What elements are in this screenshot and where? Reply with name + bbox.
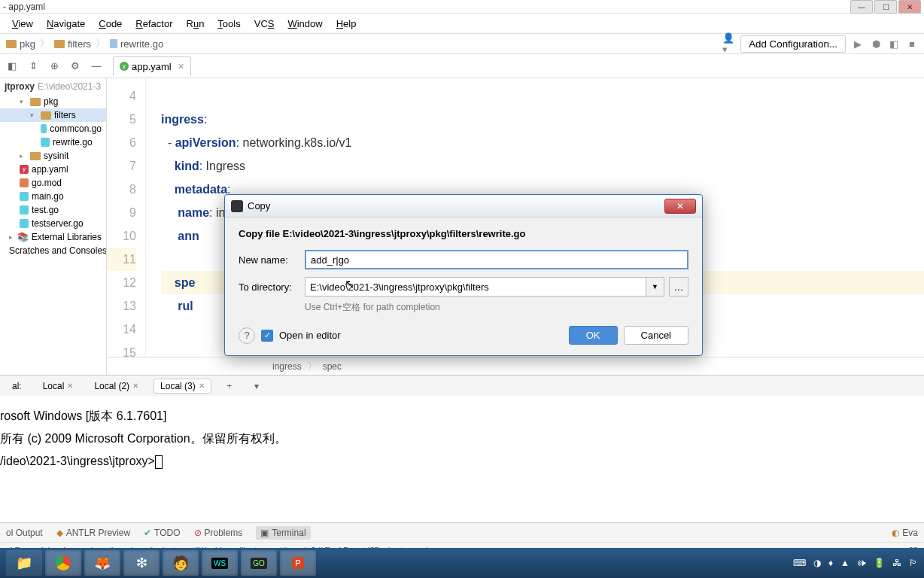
name-input[interactable] [305,250,688,269]
project-switch-button[interactable]: ◧ [3,57,21,75]
dialog-titlebar[interactable]: Copy ✕ [225,195,702,218]
task-explorer[interactable]: 📁 [6,550,42,576]
sidebar-item-main-go[interactable]: main.go [0,190,106,203]
task-goland[interactable]: GO [241,550,277,576]
term-tab-al[interactable]: al: [6,379,28,393]
run-icon[interactable]: ▶ [852,38,864,50]
help-button[interactable]: ? [239,327,255,344]
sidebar-item-pkg[interactable]: ▾pkg [0,95,106,108]
tray-icon[interactable]: 🔋 [874,558,885,568]
menu-refactor[interactable]: Refactor [129,17,178,31]
stop-icon[interactable]: ■ [906,38,918,50]
sidebar-item-go-mod[interactable]: go.mod [0,176,106,190]
breadcrumb-pkg[interactable]: pkg [6,38,35,50]
term-tab-local2[interactable]: Local (2)✕ [88,379,144,393]
go-icon [20,219,29,228]
task-webstorm[interactable]: WS [202,550,238,576]
hide-button[interactable]: — [87,57,105,75]
project-root[interactable]: jtproxy E:\video\2021-3 [0,78,106,95]
cancel-button[interactable]: Cancel [624,326,688,345]
debug-icon[interactable]: ⬢ [870,38,882,50]
tool-output[interactable]: ol Output [6,528,43,538]
tray-icon[interactable]: 🕪 [857,558,866,568]
menu-navigate[interactable]: Navigate [41,17,91,31]
breadcrumb-file[interactable]: rewrite.go [110,38,163,50]
sidebar-item-scratches-and-consoles[interactable]: Scratches and Consoles [0,244,106,257]
tray-icon[interactable]: ♦ [828,558,833,568]
window-title: - app.yaml [3,2,45,12]
terminal[interactable]: rosoft Windows [版本 6.1.7601] 所有 (c) 2009… [0,396,924,522]
minimize-button[interactable]: — [850,0,873,14]
sidebar-item-external-libraries[interactable]: ▸📚External Libraries [0,230,106,244]
sidebar-item-app-yaml[interactable]: yapp.yaml [0,163,106,176]
ok-button[interactable]: OK [569,326,618,345]
sidebar-item-testserver-go[interactable]: testserver.go [0,217,106,230]
menu-help[interactable]: Help [330,17,363,31]
folder-icon [41,111,51,120]
dir-dropdown-button[interactable]: ▼ [646,277,664,297]
user-icon[interactable]: 👤▾ [722,38,734,50]
menu-tools[interactable]: Tools [211,17,246,31]
copy-dialog: Copy ✕ Copy file E:\video\2021-3\ingress… [224,194,703,356]
coverage-icon[interactable]: ◧ [888,38,900,50]
dialog-heading: Copy file E:\video\2021-3\ingress\jtprox… [239,228,688,239]
term-tab-local3[interactable]: Local (3)✕ [153,379,211,394]
term-tab-local[interactable]: Local✕ [37,379,80,393]
task-app1[interactable]: ❇ [123,550,160,576]
tool-todo[interactable]: ✔TODO [144,528,180,538]
bc-spec[interactable]: spec [323,361,342,372]
menu-vcs[interactable]: VCS [248,17,281,31]
breadcrumb-filters[interactable]: filters [54,38,91,50]
bc-ingress[interactable]: ingress [272,361,302,372]
tray-icon[interactable]: ◑ [813,558,821,568]
mod-icon [20,178,29,187]
terminal-line: /ideo\2021-3\ingress\jtproxy> [0,450,924,473]
add-configuration-button[interactable]: Add Configuration... [740,35,846,53]
tab-close-icon[interactable]: ✕ [178,62,184,71]
menu-code[interactable]: Code [93,17,128,31]
terminal-tabs: al: Local✕ Local (2)✕ Local (3)✕ + ▾ [0,375,924,396]
dir-browse-button[interactable]: … [669,277,688,297]
dir-input[interactable]: E:\video\2021-3\ingress\jtproxy\pkg\filt… [305,277,646,297]
sidebar-item-filters[interactable]: ▾filters [0,108,106,122]
systray: ⌨ ◑ ♦ ▲ 🕪 🔋 🖧 🏳 [793,558,918,568]
chevron-icon: ▾ [30,111,38,119]
sidebar-item-commcon-go[interactable]: commcon.go [0,122,106,135]
dialog-close-button[interactable]: ✕ [664,199,696,214]
menu-window[interactable]: Window [281,17,328,31]
dir-label: To directory: [239,281,305,293]
tray-icon[interactable]: 🏳 [909,558,918,568]
settings-icon[interactable]: ⚙ [66,57,84,75]
sidebar-item-label: External Libraries [32,232,102,242]
tray-icon[interactable]: ⌨ [793,558,806,568]
sidebar-item-label: filters [54,110,76,120]
tool-eval[interactable]: ◐Eva [892,528,918,538]
tray-icon[interactable]: ▲ [840,558,850,568]
navbar: pkg 〉 filters 〉 rewrite.go 👤▾ Add Config… [0,33,924,54]
sidebar-item-rewrite-go[interactable]: rewrite.go [0,135,106,149]
tool-antlr[interactable]: ◆ANTLR Preview [56,528,130,538]
sidebar-item-test-go[interactable]: test.go [0,203,106,217]
expand-button[interactable]: ⊕ [45,57,63,75]
open-in-editor-checkbox[interactable]: ✓ [261,330,273,342]
sidebar-item-label: commcon.go [50,123,102,134]
task-app2[interactable]: 🧑 [163,550,199,576]
task-firefox[interactable]: 🦊 [84,550,120,576]
tool-problems[interactable]: ⊘Problems [194,528,243,538]
editor-tab[interactable]: y app.yaml ✕ [113,56,191,76]
sidebar-item-sysinit[interactable]: ▸sysinit [0,149,106,163]
yaml-icon: y [120,62,129,71]
close-button[interactable]: ✕ [898,0,921,14]
task-powerpoint[interactable]: P [280,550,316,576]
tray-icon[interactable]: 🖧 [892,558,901,568]
cursor-icon [155,455,163,469]
terminal-more-button[interactable]: ▾ [248,377,266,395]
collapse-button[interactable]: ⇕ [24,57,42,75]
new-terminal-button[interactable]: + [220,377,239,395]
maximize-button[interactable]: ☐ [874,0,897,14]
tool-terminal[interactable]: ▣Terminal [256,526,310,540]
menu-view[interactable]: View [6,17,39,31]
menu-run[interactable]: Run [181,17,211,31]
dir-hint: Use Ctrl+空格 for path completion [305,301,688,314]
task-chrome[interactable] [45,550,81,576]
